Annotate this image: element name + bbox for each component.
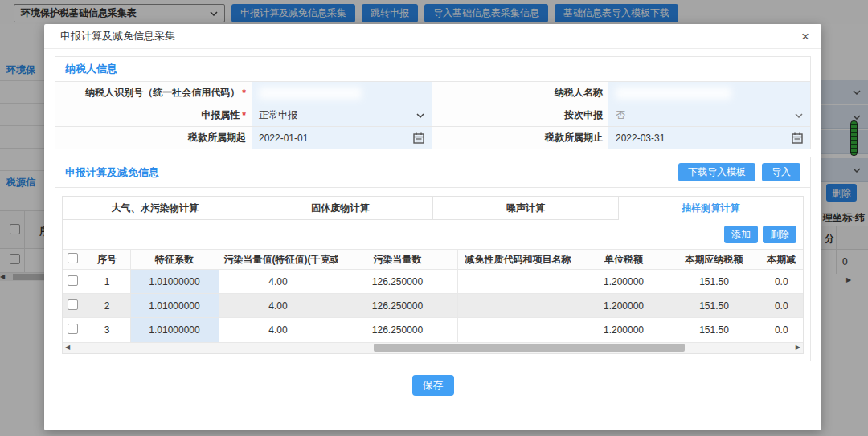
cell-reduction-code[interactable]: [457, 318, 579, 342]
sampling-calc-panel: 添加 删除 序号 特征系数 污染当量值(特征值)(千克或吨) 污染当量数 减免: [62, 220, 804, 354]
tin-field[interactable]: [252, 81, 432, 104]
cell-equivalent-value: 4.00: [219, 318, 338, 342]
cell-payable-tax: 151.50: [669, 270, 760, 294]
taxpayer-info-section: 纳税人信息 纳税人识别号（统一社会信用代码）* 纳税人名称 申报属性* 正常申报: [55, 56, 811, 149]
cell-unit-tax: 1.200000: [579, 270, 669, 294]
col-header-equivalent-value: 污染当量值(特征值)(千克或吨): [219, 250, 338, 270]
row-checkbox-cell: [63, 318, 84, 342]
period-start-field[interactable]: 2022-01-01: [252, 126, 432, 149]
table-horizontal-scrollbar[interactable]: ◀ ▶: [63, 342, 803, 353]
cell-reduction: 0.0: [760, 318, 803, 342]
declare-calc-section: 申报计算及减免信息 下载导入模板 导入 大气、水污染物计算 固体废物计算 噪声计…: [55, 157, 811, 361]
tab-air-water-pollutant[interactable]: 大气、水污染物计算: [62, 196, 248, 220]
cell-reduction: 0.0: [760, 294, 803, 318]
row-checkbox[interactable]: [68, 324, 78, 334]
calendar-icon[interactable]: [413, 132, 424, 144]
table-header-row: 序号 特征系数 污染当量值(特征值)(千克或吨) 污染当量数 减免性质代码和项目…: [63, 250, 803, 270]
scrollbar-thumb[interactable]: [374, 344, 685, 352]
taxpayer-name-label: 纳税人名称: [432, 81, 608, 104]
save-button[interactable]: 保存: [412, 375, 454, 396]
col-header-payable-tax: 本期应纳税额: [669, 250, 760, 270]
sampling-calc-table: 序号 特征系数 污染当量值(特征值)(千克或吨) 污染当量数 减免性质代码和项目…: [63, 249, 803, 342]
cell-coefficient[interactable]: 1.01000000: [130, 318, 219, 342]
add-row-button[interactable]: 添加: [724, 226, 758, 243]
cell-equivalent-value: 4.00: [219, 270, 338, 294]
period-end-label: 税款所属期止: [432, 126, 608, 149]
row-checkbox[interactable]: [68, 299, 78, 310]
cell-seq: 1: [84, 270, 130, 294]
chevron-down-icon: [795, 113, 803, 118]
taxpayer-section-title: 纳税人信息: [65, 62, 117, 76]
cell-equivalent-count: 126.250000: [338, 294, 457, 318]
taxpayer-section-header: 纳税人信息: [55, 57, 810, 81]
col-header-reduction: 本期减: [760, 250, 803, 270]
required-asterisk: *: [242, 88, 246, 99]
table-row: 1 1.01000000 4.00 126.250000 1.200000 15…: [63, 270, 803, 294]
import-button[interactable]: 导入: [762, 163, 800, 181]
declare-section-header: 申报计算及减免信息 下载导入模板 导入: [55, 157, 810, 188]
required-asterisk: *: [242, 110, 246, 121]
declare-section-title: 申报计算及减免信息: [65, 165, 159, 180]
cell-reduction-code[interactable]: [457, 294, 579, 318]
calc-tabs: 大气、水污染物计算 固体废物计算 噪声计算 抽样测算计算: [62, 196, 804, 220]
cell-reduction-code[interactable]: [457, 270, 579, 294]
tab-solid-waste[interactable]: 固体废物计算: [248, 196, 434, 220]
period-end-field[interactable]: 2022-03-31: [608, 126, 810, 149]
close-icon[interactable]: ×: [801, 30, 809, 43]
cell-coefficient[interactable]: 1.01000000: [130, 294, 219, 318]
cell-coefficient[interactable]: 1.01000000: [130, 270, 219, 294]
period-start-label: 税款所属期起: [55, 126, 252, 149]
cell-reduction: 0.0: [760, 270, 803, 294]
col-header-unit-tax: 单位税额: [579, 250, 669, 270]
declare-attr-label: 申报属性*: [55, 104, 252, 126]
redacted-value: [616, 87, 731, 100]
col-header-coefficient: 特征系数: [130, 250, 219, 270]
scroll-left-icon[interactable]: ◀: [65, 344, 70, 351]
header-checkbox-cell: [63, 250, 84, 270]
modal-header: 申报计算及减免信息采集 ×: [44, 24, 821, 49]
row-checkbox[interactable]: [68, 275, 78, 286]
taxpayer-field-grid: 纳税人识别号（统一社会信用代码）* 纳税人名称 申报属性* 正常申报: [55, 81, 810, 149]
declare-info-modal: 申报计算及减免信息采集 × 纳税人信息 纳税人识别号（统一社会信用代码）* 纳税…: [44, 24, 821, 430]
redacted-value: [259, 87, 362, 100]
cell-payable-tax: 151.50: [669, 294, 760, 318]
cell-seq: 2: [84, 294, 130, 318]
per-occurrence-label: 按次申报: [432, 104, 608, 126]
per-occurrence-select[interactable]: 否: [608, 104, 810, 126]
cell-unit-tax: 1.200000: [579, 294, 669, 318]
tab-sampling-calc[interactable]: 抽样测算计算: [619, 196, 805, 220]
select-all-checkbox[interactable]: [68, 253, 78, 263]
modal-title: 申报计算及减免信息采集: [60, 29, 175, 43]
taxpayer-name-field[interactable]: [608, 81, 810, 104]
cell-equivalent-value: 4.00: [219, 294, 338, 318]
row-checkbox-cell: [63, 270, 84, 294]
cell-unit-tax: 1.200000: [579, 318, 669, 342]
modal-footer: 保存: [44, 375, 821, 396]
col-header-reduction-code: 减免性质代码和项目名称: [457, 250, 579, 270]
table-row: 3 1.01000000 4.00 126.250000 1.200000 15…: [63, 318, 803, 342]
download-import-template-button[interactable]: 下载导入模板: [678, 163, 755, 181]
col-header-seq: 序号: [84, 250, 130, 270]
tin-label: 纳税人识别号（统一社会信用代码）*: [55, 81, 252, 104]
cell-equivalent-count: 126.250000: [338, 318, 457, 342]
declare-attr-select[interactable]: 正常申报: [252, 104, 432, 126]
tabs-container: 大气、水污染物计算 固体废物计算 噪声计算 抽样测算计算 添加 删除: [55, 188, 810, 361]
row-checkbox-cell: [63, 294, 84, 318]
tab-noise[interactable]: 噪声计算: [433, 196, 619, 220]
delete-row-button[interactable]: 删除: [763, 226, 796, 243]
table-toolbar: 添加 删除: [63, 220, 803, 249]
cell-payable-tax: 151.50: [669, 318, 760, 342]
col-header-equivalent-count: 污染当量数: [338, 250, 457, 270]
table-row: 2 1.01000000 4.00 126.250000 1.200000 15…: [63, 294, 803, 318]
cell-seq: 3: [84, 318, 130, 342]
cell-equivalent-count: 126.250000: [338, 270, 457, 294]
chevron-down-icon: [416, 113, 424, 118]
scroll-right-icon[interactable]: ▶: [796, 344, 800, 351]
calendar-icon[interactable]: [792, 132, 803, 144]
